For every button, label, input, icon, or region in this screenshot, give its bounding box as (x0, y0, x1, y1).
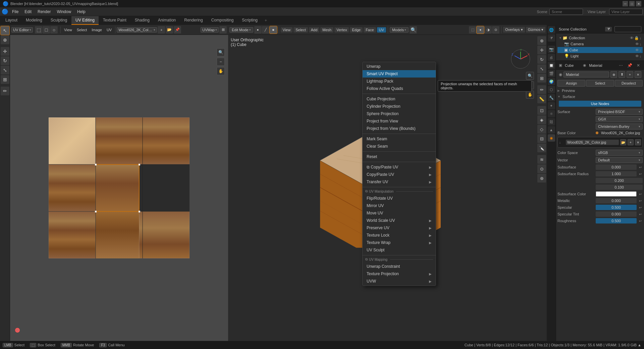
vector-selector[interactable]: Default ▾ (596, 157, 643, 163)
zoom-in-button[interactable]: 🔍 (217, 48, 225, 56)
menu-item-preserve-uv[interactable]: Preserve UV ▶ (363, 224, 436, 232)
vp-tool-cursor[interactable]: ⊕ (537, 36, 546, 45)
tab-texture-paint[interactable]: Texture Paint (99, 16, 130, 25)
view-menu[interactable]: View (281, 27, 293, 33)
menu-item-unwrap-constraint[interactable]: Unwrap Constraint (363, 263, 436, 270)
menu-item-world-scale[interactable]: World Scale UV ▶ (363, 217, 436, 224)
image-file-name[interactable]: Wood026_2K_Color.jpg (566, 140, 619, 145)
use-nodes-button[interactable]: Use Nodes (559, 101, 641, 107)
image-selector[interactable]: Wood026_2K_Color... ▾ (117, 27, 157, 33)
material-mode[interactable]: ◑ (484, 26, 492, 34)
prop-icon-physics[interactable]: ⚛ (548, 110, 555, 117)
tab-scripting[interactable]: Scripting (238, 16, 262, 25)
uv-menu-view[interactable]: View (62, 27, 74, 33)
face-mode-button[interactable]: ■ (270, 26, 277, 34)
pin-image-button[interactable]: 📌 (174, 26, 181, 34)
uv-menu[interactable]: UV (377, 27, 386, 33)
vp-tool-extrude[interactable]: ⊡ (537, 106, 546, 115)
wireframe-mode[interactable]: ⬚ (469, 26, 476, 34)
view-layer-search[interactable] (609, 9, 643, 15)
tab-rendering[interactable]: Rendering (180, 16, 207, 25)
deselect-button[interactable]: Deselect (615, 80, 643, 87)
subsurface-color-swatch[interactable] (596, 191, 637, 197)
metallic-value[interactable]: 0.000 (596, 198, 637, 203)
cursor-tool[interactable]: ⊕ (1, 36, 9, 44)
vertex-mode-button[interactable]: ● (254, 26, 262, 34)
menu-item-mark-seam[interactable]: Mark Seam (363, 135, 436, 143)
menu-item-transfer-uv[interactable]: Transfer UV ▶ (363, 178, 436, 186)
prop-icon-view-layer[interactable]: 🔲 (548, 62, 555, 69)
menu-edit[interactable]: Edit (22, 9, 34, 15)
menu-item-unwrap[interactable]: Unwrap (363, 63, 436, 70)
vp-tool-bevel[interactable]: ◇ (537, 125, 546, 134)
color-space-selector[interactable]: sRGB ▾ (596, 150, 643, 156)
menu-window[interactable]: Window (54, 9, 74, 15)
tab-compositing[interactable]: Compositing (207, 16, 238, 25)
subsurface-color-reset[interactable]: ↩ (638, 192, 643, 196)
viewport-canvas[interactable]: User Orthographic (1) Cube (228, 35, 537, 341)
toggle-n-panel[interactable]: ⊞ (219, 26, 227, 34)
menu-item-cylinder-proj[interactable]: Cylinder Projection (363, 103, 436, 110)
metallic-reset-btn[interactable]: ↩ (638, 198, 643, 203)
subsurface-radius-b[interactable]: 0.100 (596, 185, 643, 190)
move-tool[interactable]: ✛ (1, 47, 9, 56)
vp-tool-push-pull[interactable]: ⊛ (537, 174, 546, 183)
pan-button[interactable]: ✋ (217, 67, 225, 75)
specular-tint-reset[interactable]: ↩ (638, 212, 643, 216)
uv-canvas[interactable]: 🔍 − ✋ (10, 35, 228, 341)
prop-icon-material[interactable]: ◉ (548, 134, 555, 142)
material-options-btn[interactable]: ⊕ (610, 71, 617, 78)
menu-item-texture-wrap[interactable]: Texture Wrap ▶ (363, 239, 436, 246)
props-pin-btn[interactable]: 📌 (627, 62, 633, 68)
outliner-item-camera[interactable]: 📷 Camera 👁 ↓ (557, 41, 643, 47)
maximize-button[interactable]: □ (629, 1, 635, 6)
distribution-selector[interactable]: GGX ▾ (596, 116, 643, 122)
select-button[interactable]: Select (586, 80, 614, 87)
outliner-item-cube[interactable]: ▣ Cube 👁 ↓ (557, 47, 643, 53)
subsurface-radius-g[interactable]: 0.200 (596, 178, 643, 183)
transform-tool[interactable]: ⊞ (1, 75, 9, 84)
image-unlink-btn[interactable]: ✕ (635, 139, 641, 145)
menu-item-uvw[interactable]: UVW ▶ (363, 278, 436, 285)
vertex-menu[interactable]: Vertex (334, 27, 349, 33)
menu-item-move-uv[interactable]: Move UV (363, 209, 436, 217)
select-menu[interactable]: Select (293, 27, 308, 33)
vp-tool-knife[interactable]: 🔪 (537, 144, 546, 152)
vp-tool-shrink[interactable]: ⊙ (537, 164, 546, 173)
prop-icon-scene[interactable]: 🌐 (548, 26, 555, 34)
overlays-button[interactable]: Overlays ▾ (503, 27, 525, 33)
menu-item-project-view-bounds[interactable]: Project from View (Bounds) (363, 125, 436, 132)
uv-toolbar-box[interactable]: □ (43, 26, 50, 34)
scene-search[interactable] (549, 9, 583, 15)
uv-mode-selector[interactable]: UV Editor ▾ (11, 27, 33, 33)
assign-button[interactable]: Assign (557, 80, 585, 87)
prop-icon-object[interactable]: ⬡ (548, 86, 555, 93)
tab-animation[interactable]: Animation (154, 16, 180, 25)
vp-tool-move[interactable]: ✛ (537, 46, 546, 54)
vp-tool-loop-cut[interactable]: ⊟ (537, 134, 546, 143)
specular-tint-value[interactable]: 0.000 (596, 211, 637, 217)
tab-shading[interactable]: Shading (131, 16, 154, 25)
solid-mode[interactable]: ● (477, 26, 484, 34)
material-browse-btn[interactable]: ⧗ (619, 71, 625, 78)
material-new-btn[interactable]: + (627, 71, 633, 78)
prop-icon-constraints[interactable]: ⛓ (548, 118, 555, 126)
menu-item-uv-sculpt[interactable]: UV Sculpt (363, 246, 436, 254)
menu-item-project-view[interactable]: Project from View (363, 117, 436, 125)
prop-icon-filter[interactable]: ⧩ (548, 34, 555, 42)
outliner-search[interactable] (614, 26, 641, 32)
close-button[interactable]: ✕ (636, 1, 641, 6)
menu-item-lightmap[interactable]: Lightmap Pack (363, 78, 436, 85)
menu-item-copy-paste-uv-2[interactable]: Copy/Paste UV ▶ (363, 171, 436, 178)
vp-tool-annotate[interactable]: ✏ (537, 85, 546, 94)
prop-icon-world[interactable]: 🌍 (548, 78, 555, 85)
subsurface-method-selector[interactable]: Christensen-Burley ▾ (596, 123, 643, 130)
vp-tool-inset[interactable]: ◈ (537, 115, 546, 124)
uv-menu-uv[interactable]: UV (105, 27, 114, 33)
surface-type-selector[interactable]: Principled BSDF ▾ (596, 109, 643, 115)
material-x-btn[interactable]: ✕ (635, 71, 641, 78)
image-browse-btn[interactable]: 📂 (620, 139, 626, 145)
menu-item-texture-projection[interactable]: Texture Projection ▶ (363, 270, 436, 278)
mesh-menu[interactable]: Mesh (320, 27, 333, 33)
vp-tool-smooth[interactable]: ≋ (537, 155, 546, 164)
